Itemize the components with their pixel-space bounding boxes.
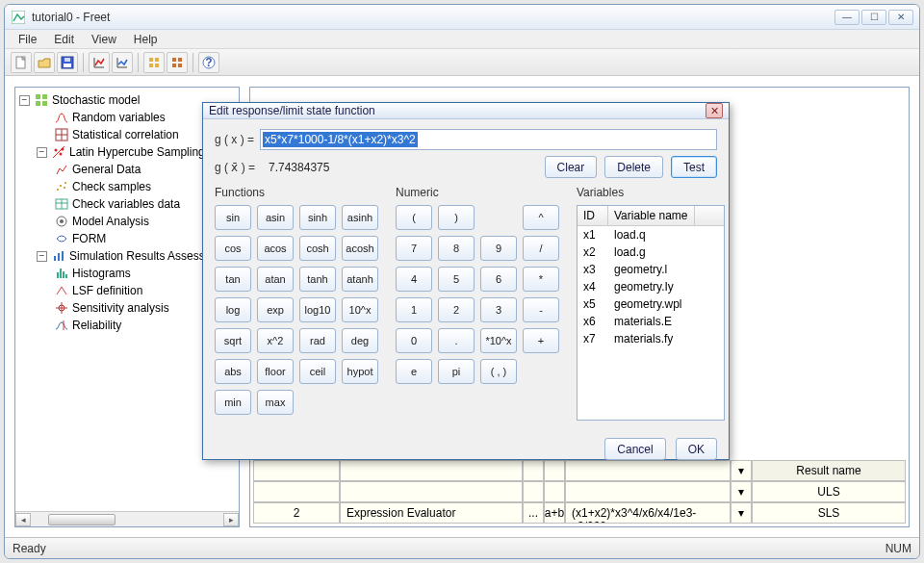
num-2[interactable]: 2 bbox=[438, 297, 475, 322]
fn-ceil[interactable]: ceil bbox=[299, 359, 336, 384]
num-rparen[interactable]: ) bbox=[438, 205, 475, 230]
var-row[interactable]: x6materials.E bbox=[578, 313, 724, 330]
fn-tanh[interactable]: tanh bbox=[299, 267, 336, 292]
collapse-icon[interactable]: − bbox=[37, 147, 47, 158]
model-icon bbox=[34, 92, 49, 108]
num-1[interactable]: 1 bbox=[396, 297, 432, 322]
svg-rect-10 bbox=[178, 58, 182, 62]
svg-rect-37 bbox=[57, 272, 59, 278]
fn-cosh[interactable]: cosh bbox=[299, 236, 336, 261]
dialog-close-icon[interactable]: ✕ bbox=[706, 103, 723, 118]
dropdown-icon[interactable]: ▾ bbox=[731, 460, 752, 481]
menu-edit[interactable]: Edit bbox=[46, 31, 82, 48]
delete-button[interactable]: Delete bbox=[604, 156, 663, 178]
scroll-left-icon[interactable]: ◂ bbox=[15, 513, 31, 526]
fn-sqrt[interactable]: sqrt bbox=[215, 328, 251, 353]
cancel-button[interactable]: Cancel bbox=[604, 438, 665, 460]
collapse-icon[interactable]: − bbox=[19, 95, 30, 106]
fn-deg[interactable]: deg bbox=[342, 328, 378, 353]
fn-atanh[interactable]: atanh bbox=[342, 267, 378, 292]
menu-file[interactable]: File bbox=[11, 31, 44, 48]
num-dot[interactable]: . bbox=[438, 328, 475, 353]
test-button[interactable]: Test bbox=[671, 156, 717, 178]
svg-point-23 bbox=[60, 153, 63, 156]
fn-rad[interactable]: rad bbox=[299, 328, 336, 353]
var-row[interactable]: x4geometry.Iy bbox=[578, 278, 724, 295]
var-row[interactable]: x3geometry.l bbox=[578, 261, 724, 278]
fn-asinh[interactable]: asinh bbox=[342, 205, 378, 230]
fn-sinh[interactable]: sinh bbox=[299, 205, 336, 230]
fn-asin[interactable]: asin bbox=[257, 205, 294, 230]
fn-tan[interactable]: tan bbox=[215, 267, 251, 292]
fn-cos[interactable]: cos bbox=[215, 236, 251, 261]
fn-atan[interactable]: atan bbox=[257, 267, 294, 292]
num-minus[interactable]: - bbox=[523, 297, 559, 322]
fn-log10[interactable]: log10 bbox=[299, 297, 336, 322]
ok-button[interactable]: OK bbox=[676, 438, 717, 460]
num-e10[interactable]: *10^x bbox=[480, 328, 517, 353]
num-tuple[interactable]: ( , ) bbox=[480, 359, 517, 384]
num-3[interactable]: 3 bbox=[480, 297, 517, 322]
maximize-button[interactable]: ☐ bbox=[861, 10, 886, 25]
evaluator-cell[interactable]: Expression Evaluator bbox=[340, 502, 523, 524]
variables-section: Variables ID Variable name x1load.q x2lo… bbox=[577, 186, 725, 421]
help-icon[interactable]: ? bbox=[198, 52, 219, 73]
num-plus[interactable]: + bbox=[523, 328, 559, 353]
num-lparen[interactable]: ( bbox=[396, 205, 432, 230]
fn-acosh[interactable]: acosh bbox=[342, 236, 378, 261]
fn-log[interactable]: log bbox=[215, 297, 251, 322]
num-0[interactable]: 0 bbox=[396, 328, 432, 353]
fn-hypot[interactable]: hypot bbox=[342, 359, 378, 384]
var-row[interactable]: x5geometry.wpl bbox=[578, 295, 724, 313]
plot-blue-icon[interactable] bbox=[112, 52, 133, 73]
num-pow[interactable]: ^ bbox=[523, 205, 559, 230]
num-mul[interactable]: * bbox=[523, 267, 559, 292]
minimize-button[interactable]: — bbox=[834, 10, 860, 25]
clear-button[interactable]: Clear bbox=[545, 156, 598, 178]
num-7[interactable]: 7 bbox=[396, 236, 432, 261]
num-6[interactable]: 6 bbox=[480, 267, 517, 292]
dropdown-icon[interactable]: ▾ bbox=[731, 481, 752, 502]
fn-sin[interactable]: sin bbox=[215, 205, 251, 230]
num-div[interactable]: / bbox=[523, 236, 559, 261]
num-4[interactable]: 4 bbox=[396, 267, 432, 292]
menu-help[interactable]: Help bbox=[126, 31, 166, 48]
fn-exp[interactable]: exp bbox=[257, 297, 294, 322]
num-9[interactable]: 9 bbox=[480, 236, 517, 261]
num-8[interactable]: 8 bbox=[438, 236, 475, 261]
gx-input[interactable]: x5*x7*1000-1/8*(x1+x2)*x3^2 bbox=[260, 129, 717, 150]
scroll-right-icon[interactable]: ▸ bbox=[223, 513, 239, 526]
plot-red-icon[interactable] bbox=[89, 52, 110, 73]
num-pi[interactable]: pi bbox=[438, 359, 475, 384]
tree-label: LSF definition bbox=[72, 284, 142, 297]
result-cell[interactable]: ULS bbox=[752, 481, 906, 502]
fn-min[interactable]: min bbox=[215, 390, 251, 415]
menu-view[interactable]: View bbox=[84, 31, 124, 48]
fn-abs[interactable]: abs bbox=[215, 359, 251, 384]
save-icon[interactable] bbox=[57, 52, 78, 73]
grid1-icon[interactable] bbox=[143, 52, 165, 73]
collapse-icon[interactable]: − bbox=[37, 251, 47, 262]
ab-button[interactable]: a+b bbox=[544, 502, 565, 524]
tree-scrollbar[interactable]: ◂ ▸ bbox=[15, 511, 239, 526]
fn-acos[interactable]: acos bbox=[257, 236, 294, 261]
fn-10x[interactable]: 10^x bbox=[342, 297, 378, 322]
new-icon[interactable] bbox=[11, 52, 32, 73]
var-row[interactable]: x1load.q bbox=[578, 226, 724, 243]
num-e[interactable]: e bbox=[396, 359, 432, 384]
close-button[interactable]: ✕ bbox=[888, 10, 913, 25]
expression-cell[interactable]: 5/384*(x1+x2)*x3^4/x6/x4/1e3-x3/200 bbox=[565, 502, 731, 524]
dropdown-icon[interactable]: ▾ bbox=[731, 502, 752, 524]
var-row[interactable]: x7materials.fy bbox=[578, 330, 724, 347]
var-row[interactable]: x2load.g bbox=[578, 243, 724, 261]
ellipsis-button[interactable]: ... bbox=[523, 502, 544, 524]
fn-max[interactable]: max bbox=[257, 390, 294, 415]
fn-x2[interactable]: x^2 bbox=[257, 328, 294, 353]
grid2-icon[interactable] bbox=[167, 52, 188, 73]
fn-floor[interactable]: floor bbox=[257, 359, 294, 384]
num-5[interactable]: 5 bbox=[438, 267, 475, 292]
scroll-thumb[interactable] bbox=[48, 514, 116, 525]
result-cell[interactable]: SLS bbox=[752, 502, 906, 524]
open-icon[interactable] bbox=[34, 52, 55, 73]
numeric-label: Numeric bbox=[396, 186, 559, 199]
